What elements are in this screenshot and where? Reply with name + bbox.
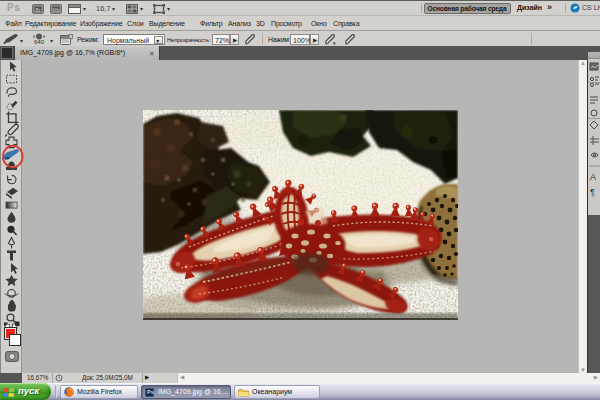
svg-text:Br: Br [36,6,41,12]
svg-text:Mb: Mb [53,6,60,12]
svg-text:¶: ¶ [590,187,595,197]
svg-text:A: A [590,172,596,182]
